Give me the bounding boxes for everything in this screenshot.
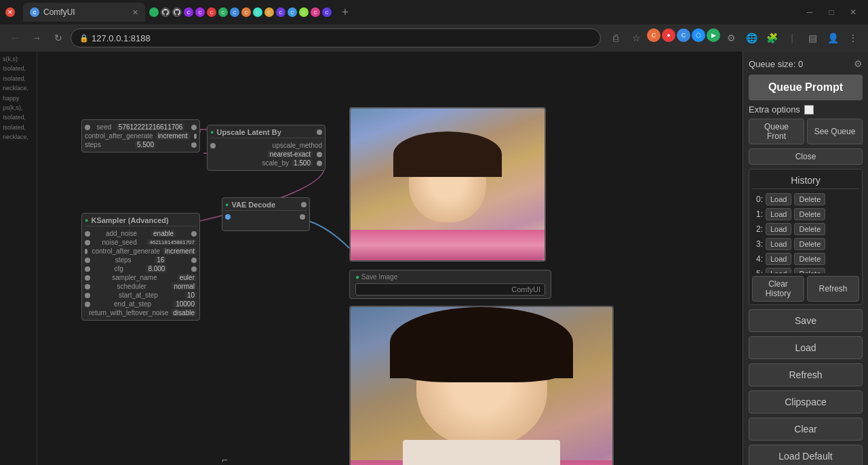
clear-history-button[interactable]: Clear History bbox=[752, 276, 804, 302]
history-actions: Clear History Refresh bbox=[752, 276, 859, 302]
ext-icon-3[interactable]: C bbox=[677, 28, 690, 42]
control-after-value: increment bbox=[156, 132, 190, 140]
bookmark-icon[interactable]: ☆ bbox=[627, 28, 646, 47]
tab-close[interactable]: ✕ bbox=[132, 8, 138, 17]
canvas-area[interactable]: seed 57612221216611706 control_after_gen… bbox=[37, 52, 743, 465]
noise-seed-value: 462118145881707 bbox=[147, 239, 197, 245]
ext-icon-8[interactable]: 🧩 bbox=[762, 28, 781, 47]
history-delete-4[interactable]: Delete bbox=[794, 253, 825, 265]
tab-fav-12[interactable]: C bbox=[264, 7, 274, 17]
address-bar[interactable]: 🔒 127.0.0.1:8188 bbox=[71, 28, 601, 47]
history-load-4[interactable]: Load bbox=[766, 253, 791, 265]
tab-fav-13[interactable]: C bbox=[276, 7, 285, 17]
save-image-header: ● Save Image bbox=[355, 273, 545, 281]
history-load-2[interactable]: Load bbox=[766, 223, 791, 235]
tab-fav-8[interactable]: C bbox=[218, 7, 228, 17]
tab-fav-9[interactable]: C bbox=[230, 7, 239, 17]
history-delete-2[interactable]: Delete bbox=[794, 223, 825, 235]
tab-fav-15[interactable]: C bbox=[299, 7, 309, 17]
save-image-node[interactable]: ● Save Image ComfyUI bbox=[349, 270, 551, 299]
portrait-image-2 bbox=[349, 306, 614, 465]
maximize-button[interactable]: □ bbox=[822, 3, 841, 22]
history-load-3[interactable]: Load bbox=[766, 238, 791, 250]
profile-icon[interactable]: 👤 bbox=[823, 28, 842, 47]
filename-suffix: ComfyUI bbox=[511, 285, 540, 294]
scheduler-value: normal bbox=[172, 283, 197, 290]
side-panel: Queue size: 0 ⚙ Queue Prompt Extra optio… bbox=[743, 52, 868, 465]
ext-icon-2[interactable]: ● bbox=[662, 28, 675, 42]
history-load-1[interactable]: Load bbox=[766, 208, 791, 220]
load-button[interactable]: Load bbox=[749, 336, 863, 359]
tab-fav-14[interactable]: C bbox=[288, 7, 297, 17]
history-delete-0[interactable]: Delete bbox=[794, 193, 825, 205]
end-at-step-label: end_at_step bbox=[114, 300, 151, 308]
queue-prompt-button[interactable]: Queue Prompt bbox=[749, 75, 863, 100]
tab-fav-4[interactable] bbox=[172, 7, 182, 17]
minimize-button[interactable]: ─ bbox=[800, 3, 819, 22]
history-item-3: 3: Load Delete bbox=[752, 237, 859, 251]
sidebar-toggle[interactable]: ▤ bbox=[803, 28, 822, 47]
history-delete-3[interactable]: Delete bbox=[794, 238, 825, 250]
tab-favicon: C bbox=[30, 7, 39, 17]
return-leftover-label: return_with_leftover_noise bbox=[89, 309, 168, 317]
ext-icon-6[interactable]: ⚙ bbox=[722, 28, 741, 47]
ext-icon-7[interactable]: 🌐 bbox=[742, 28, 761, 47]
upscale-latent-node[interactable]: ● Upscale Latent By upscale_method neare… bbox=[207, 125, 326, 171]
history-refresh-button[interactable]: Refresh bbox=[807, 276, 859, 302]
scheduler-label: scheduler bbox=[117, 283, 146, 290]
main-layout: s(k,s) Isolated, Isolated, necklace, hap… bbox=[0, 52, 868, 465]
refresh-main-button[interactable]: Refresh bbox=[749, 363, 863, 386]
tab-fav-5[interactable]: C bbox=[184, 7, 193, 17]
new-tab-button[interactable]: + bbox=[336, 3, 355, 22]
tab-fav-6[interactable]: C bbox=[195, 7, 205, 17]
see-queue-button[interactable]: See Queue bbox=[807, 119, 863, 144]
clipspace-button[interactable]: Clipspace bbox=[749, 390, 863, 413]
close-button[interactable]: Close bbox=[749, 148, 863, 165]
vae-decode-node[interactable]: ● VAE Decode bbox=[222, 197, 310, 231]
queue-front-button[interactable]: Queue Front bbox=[749, 119, 804, 144]
ext-icon-1[interactable]: C bbox=[647, 28, 660, 42]
settings-gear-icon[interactable]: ⚙ bbox=[854, 58, 863, 69]
tab-bar: ✕ C ComfyUI ✕ C C C C C C C C C C bbox=[0, 0, 868, 24]
clear-button[interactable]: Clear bbox=[749, 418, 863, 441]
history-delete-1[interactable]: Delete bbox=[794, 208, 825, 220]
tab-fav-16[interactable]: C bbox=[311, 7, 320, 17]
toolbar-icons: ⎙ ☆ C ● C ⬡ ▶ ⚙ 🌐 🧩 | ▤ 👤 ⋮ bbox=[606, 28, 863, 47]
tab-fav-17[interactable]: C bbox=[322, 7, 332, 17]
history-scroll[interactable]: 0: Load Delete 1: Load Delete 2: Load De… bbox=[752, 192, 859, 273]
back-button[interactable]: ← bbox=[5, 28, 24, 47]
ext-icon-4[interactable]: ⬡ bbox=[692, 28, 705, 42]
scale-by-value: 1.500 bbox=[292, 159, 313, 167]
history-load-5[interactable]: Load bbox=[766, 268, 791, 273]
add-noise-value: enable bbox=[151, 230, 176, 237]
tab-close-btn[interactable]: ✕ bbox=[5, 7, 15, 17]
active-tab[interactable]: C ComfyUI ✕ bbox=[23, 3, 145, 22]
refresh-button[interactable]: ↻ bbox=[49, 28, 68, 47]
queue-size-text: Queue size: 0 bbox=[749, 59, 803, 69]
ksampler-node[interactable]: ● KSampler (Advanced) add_noise enable n… bbox=[81, 213, 200, 321]
menu-icon[interactable]: ⋮ bbox=[844, 28, 863, 47]
load-default-button[interactable]: Load Default bbox=[749, 445, 863, 465]
return-leftover-value: disable bbox=[171, 309, 197, 317]
history-item-2: 2: Load Delete bbox=[752, 222, 859, 237]
tab-fav-10[interactable]: C bbox=[241, 7, 251, 17]
save-image-input[interactable]: ComfyUI bbox=[355, 283, 545, 296]
tab-fav-2[interactable] bbox=[149, 7, 159, 17]
history-delete-5[interactable]: Delete bbox=[794, 268, 825, 273]
share-icon[interactable]: ⎙ bbox=[606, 28, 625, 47]
seed-node[interactable]: seed 57612221216611706 control_after_gen… bbox=[81, 119, 200, 153]
extra-options-checkbox[interactable] bbox=[804, 105, 814, 115]
portrait-image-1 bbox=[349, 107, 546, 262]
ext-icon-5[interactable]: ▶ bbox=[707, 28, 720, 42]
save-button[interactable]: Save bbox=[749, 309, 863, 332]
tab-fav-3[interactable] bbox=[161, 7, 170, 17]
upscale-method-label: upscale_method bbox=[273, 142, 322, 149]
tab-title: ComfyUI bbox=[43, 7, 75, 17]
tab-fav-11[interactable]: C bbox=[253, 7, 262, 17]
forward-button[interactable]: → bbox=[27, 28, 46, 47]
tab-fav-7[interactable]: C bbox=[207, 7, 216, 17]
close-window-button[interactable]: ✕ bbox=[844, 3, 863, 22]
history-load-0[interactable]: Load bbox=[766, 193, 791, 205]
extra-options-row: Extra options bbox=[749, 104, 863, 115]
steps-label: steps bbox=[85, 141, 101, 148]
